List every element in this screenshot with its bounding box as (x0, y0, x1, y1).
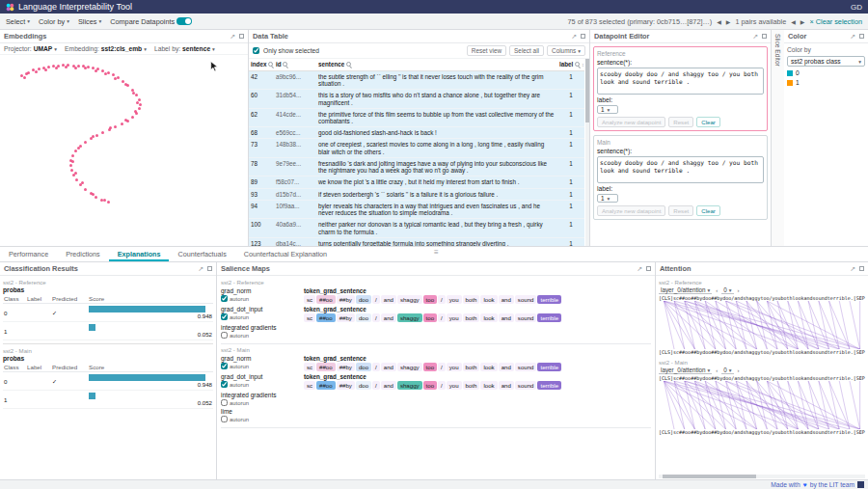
salience-token: doo (356, 381, 371, 390)
scrollbar-thumb[interactable] (585, 59, 589, 122)
horizontal-scrollbar[interactable] (659, 475, 865, 478)
column-header-label[interactable]: label ↕ (557, 59, 584, 70)
reset-view-button[interactable]: Reset view (467, 45, 506, 56)
color-by-menu[interactable]: Color by▾ (39, 17, 69, 26)
attention-layer-select[interactable]: layer_0/attention▾ (659, 367, 712, 374)
column-header-id[interactable]: id (274, 59, 316, 70)
reset-button[interactable]: Reset (668, 117, 693, 127)
slice-editor-collapsed[interactable]: Slice Editor (772, 30, 784, 246)
column-header-sentence[interactable]: sentence (316, 59, 557, 70)
maximize-icon[interactable] (859, 266, 864, 271)
vertical-scrollbar[interactable] (585, 59, 589, 246)
select-all-button[interactable]: Select all (509, 45, 544, 56)
tab-predictions[interactable]: Predictions (57, 247, 109, 261)
toggle-on-icon[interactable] (176, 17, 192, 25)
probas-row[interactable]: 1 0.052 (3, 391, 213, 409)
maximize-icon[interactable] (646, 266, 651, 271)
autorun-checkbox[interactable] (221, 313, 228, 320)
label-select[interactable]: 1▾ (597, 105, 618, 114)
clear-button[interactable]: Clear (696, 205, 720, 216)
table-row[interactable]: 68e569cc...good old-fashioned slash-and-… (249, 127, 584, 139)
sentence-input[interactable]: scooby dooby doo / and shaggy too / you … (597, 68, 764, 95)
table-row[interactable]: 789e79ee...fresnadillo 's dark and jolti… (249, 157, 584, 176)
table-row[interactable]: 9410f9aa...byler reveals his characters … (249, 200, 584, 218)
table-row[interactable]: 93d15b7d...if steven soderbergh 's `` so… (249, 188, 584, 200)
attention-layer-select[interactable]: layer_0/attention▾ (659, 286, 712, 294)
label-by-select[interactable]: Label by:sentence▾ (154, 45, 215, 52)
search-icon[interactable] (283, 62, 289, 68)
maximize-icon[interactable] (581, 34, 585, 39)
probas-row[interactable]: 0 ✓ 0.948 (3, 372, 213, 391)
clear-selection-button[interactable]: × Clear selection (809, 17, 862, 26)
popout-icon[interactable]: ↗ (850, 265, 855, 273)
popout-icon[interactable]: ↗ (850, 33, 855, 41)
autorun-checkbox[interactable] (221, 399, 228, 406)
tab-counterfactual-explanation[interactable]: Counterfactual Explanation (235, 247, 336, 261)
only-show-selected-label: Only show selected (263, 47, 319, 54)
analyze-new-datapoint-button[interactable]: Analyze new datapoint (597, 117, 665, 127)
sentence-input[interactable]: scooby dooby doo / and shaggy too / you … (597, 156, 764, 183)
next-datapoint-button[interactable]: ▶ (726, 18, 731, 25)
attention-head-select[interactable]: 0▾ (721, 367, 733, 374)
color-by-select[interactable]: sst2 probas class▾ (787, 56, 865, 67)
maximize-icon[interactable] (859, 34, 864, 39)
user-initials[interactable]: GD (851, 3, 862, 12)
table-row[interactable]: 42a9bc96...the subtle strength of `` ell… (249, 70, 584, 89)
scrollbar-thumb[interactable] (663, 475, 755, 478)
prev-pair-button[interactable]: ◀ (791, 18, 796, 25)
maximize-icon[interactable] (239, 34, 244, 39)
table-row[interactable]: 6031db54...this is a story of two misfit… (249, 90, 584, 108)
only-show-selected-checkbox[interactable] (253, 47, 259, 54)
select-menu[interactable]: Select▾ (6, 17, 30, 26)
prev-datapoint-button[interactable]: ◀ (717, 18, 721, 25)
autorun-checkbox[interactable] (221, 363, 228, 369)
analyze-new-datapoint-button[interactable]: Analyze new datapoint (597, 205, 665, 216)
embedding-select[interactable]: Embedding:sst2:cls_emb▾ (65, 45, 147, 52)
next-head-button[interactable]: › (738, 287, 740, 293)
autorun-checkbox[interactable] (221, 381, 228, 388)
table-row[interactable]: 73148b38...one of creepiest , scariest m… (249, 139, 584, 157)
attention-head-select[interactable]: 0▾ (721, 286, 733, 294)
prev-head-button[interactable]: ‹ (716, 367, 718, 373)
search-icon[interactable] (575, 62, 582, 68)
tab-counterfactuals[interactable]: Counterfactuals (169, 247, 234, 261)
autorun-checkbox[interactable] (221, 332, 228, 339)
prev-head-button[interactable]: ‹ (716, 287, 718, 293)
compare-datapoints-toggle[interactable]: Compare Datapoints (110, 17, 192, 26)
lit-logo-icon (6, 3, 14, 12)
salience-maps-panel: Salience Maps ↗ sst2 - Referencegrad_nor… (217, 262, 656, 479)
table-row[interactable]: 89f58c07...we know the plot 's a little … (249, 177, 584, 188)
next-pair-button[interactable]: ▶ (800, 18, 805, 25)
autorun-checkbox[interactable] (221, 295, 228, 302)
popout-icon[interactable]: ↗ (752, 33, 758, 41)
scatter-plot[interactable] (0, 55, 248, 246)
probas-row[interactable]: 1 0.052 (3, 322, 213, 340)
table-row[interactable]: 123dba14c...turns potentially forgettabl… (249, 237, 584, 246)
drag-handle-icon[interactable]: ≡ (434, 248, 439, 257)
column-header-index[interactable]: index ↑ (249, 59, 274, 70)
popout-icon[interactable]: ↗ (230, 33, 235, 41)
label-select[interactable]: 1▾ (597, 194, 618, 203)
clear-button[interactable]: Clear (696, 117, 720, 127)
sort-icon[interactable]: ↕ (582, 62, 584, 68)
search-icon[interactable] (268, 62, 275, 68)
slices-menu[interactable]: Slices▾ (78, 17, 101, 26)
next-head-button[interactable]: › (738, 367, 740, 373)
tab-performance[interactable]: Performance (0, 247, 57, 261)
table-row[interactable]: 10040a6a9...neither parker nor donovan i… (249, 219, 584, 237)
popout-icon[interactable]: ↗ (198, 265, 203, 273)
projector-select[interactable]: Projector:UMAP▾ (4, 45, 57, 52)
attention-header: Attention ↗ (656, 262, 868, 276)
table-row[interactable]: 62414cde...the primitive force of this f… (249, 108, 584, 126)
columns-button[interactable]: Columns▾ (547, 45, 585, 56)
popout-icon[interactable]: ↗ (637, 265, 642, 273)
probas-row[interactable]: 0 ✓ 0.948 (3, 304, 213, 322)
maximize-icon[interactable] (762, 34, 767, 39)
autorun-checkbox[interactable] (221, 416, 228, 422)
popout-icon[interactable]: ↗ (571, 33, 577, 41)
classification-header: Classification Results ↗ (0, 262, 216, 276)
search-icon[interactable] (346, 62, 353, 68)
maximize-icon[interactable] (207, 266, 212, 271)
tab-explanations[interactable]: Explanations (109, 247, 170, 261)
reset-button[interactable]: Reset (668, 205, 693, 216)
